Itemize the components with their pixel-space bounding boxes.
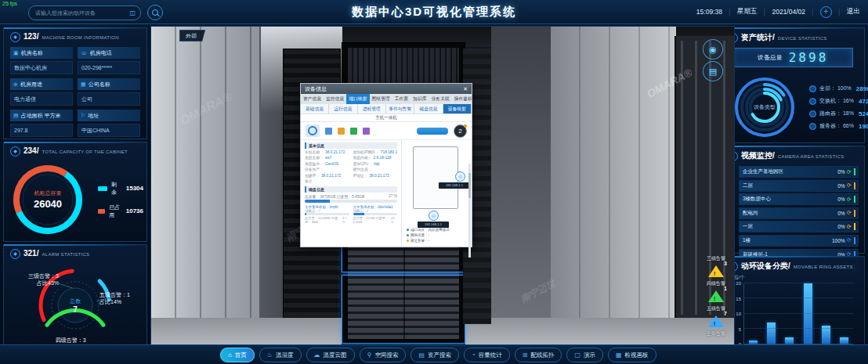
rack-selection-outline[interactable] xyxy=(342,246,465,272)
alarm-strip-label: 五级告警 xyxy=(707,305,725,312)
component-icon[interactable] xyxy=(338,128,345,135)
refresh-icon[interactable]: ⟳ xyxy=(847,237,852,243)
port-icon[interactable]: ⊙ xyxy=(429,211,439,221)
alarm-triangle-三级告警[interactable]: !3 xyxy=(707,264,725,277)
logout-button[interactable]: 退出 xyxy=(847,7,860,16)
info-label: IP地址： xyxy=(353,174,368,178)
popup-tab-端口映射[interactable]: 端口映射 xyxy=(346,94,369,104)
scene-corridor xyxy=(491,27,551,324)
refresh-icon[interactable]: ⟳ xyxy=(847,182,852,189)
toolbar-button-资产搜索[interactable]: ▤资产搜索 xyxy=(410,348,459,362)
panel-subtitle: DEVICE STATISTICS xyxy=(778,36,827,41)
camera-area-row[interactable]: 企业生产基地园区0%⟳ xyxy=(739,166,859,178)
rack-selection-outline[interactable] xyxy=(342,275,465,344)
popup-subtab-运行信息[interactable]: 运行信息 xyxy=(329,104,357,114)
map-legend-row: 网络流量：- xyxy=(407,232,450,238)
popup-subtab-进程管理[interactable]: 进程管理 xyxy=(358,104,386,114)
camera-area-name: 1楼 xyxy=(740,237,832,244)
event-icon[interactable] xyxy=(350,128,357,135)
camera-area-bar xyxy=(854,223,856,230)
popup-subtab-事件与告警[interactable]: 事件与告警 xyxy=(386,104,414,114)
search-placeholder: 请输入想搜索的动环设备 xyxy=(29,9,129,17)
popup-scrollbar[interactable] xyxy=(468,164,471,258)
legend-label: 服务器： 66% xyxy=(819,122,854,130)
gauge-icon[interactable] xyxy=(306,124,320,137)
toolbar-button-检视画板[interactable]: ▦检视画板 xyxy=(608,348,656,362)
info-label: 创建IP： xyxy=(305,174,320,178)
refresh-icon[interactable]: ⟳ xyxy=(847,210,852,216)
gridline xyxy=(744,297,853,298)
toolbar-button-温度云图[interactable]: ☁温度云图 xyxy=(306,348,355,362)
toolbar-button-label: 资产搜索 xyxy=(428,351,451,359)
search-icon xyxy=(152,9,158,16)
popup-tab-知识库[interactable]: 知识库 xyxy=(410,94,429,104)
camera-area-row[interactable]: 一层0%⟳ xyxy=(739,221,859,232)
popup-subtab-设备映射[interactable]: 设备映射 xyxy=(443,104,472,114)
toolbar-button-容量统计[interactable]: ◔容量统计 xyxy=(464,348,510,362)
popup-tab-工作票[interactable]: 工作票 xyxy=(392,94,410,104)
close-icon[interactable]: ✕ xyxy=(463,86,468,92)
toolbar-button-label: 配线拓扑 xyxy=(530,351,554,359)
toolbar-button-配线拓扑[interactable]: ⊞配线拓扑 xyxy=(515,348,562,362)
info-label: 硬件信息： xyxy=(353,168,372,172)
monitor-icon[interactable]: ◉ xyxy=(703,39,723,59)
remote-icon[interactable] xyxy=(325,128,332,135)
room-field-label-text: 公司名称 xyxy=(89,81,110,88)
toolbar-button-空间搜索[interactable]: ⚲空间搜索 xyxy=(360,348,407,362)
port-ip-chip: 192.168.1.1 xyxy=(439,182,470,189)
viewport-tab-exterior[interactable]: 外部 xyxy=(179,30,205,41)
popup-titlebar[interactable]: 设备信息 ✕ xyxy=(301,84,472,94)
popup-tab-图纸管理[interactable]: 图纸管理 xyxy=(370,94,392,104)
camera-area-row[interactable]: 配电间0%⟳ xyxy=(739,207,859,219)
popup-subtab-基础信息[interactable]: 基础信息 xyxy=(301,104,329,114)
alarm-strip-label: 三级告警 xyxy=(707,255,725,262)
popup-tab-资产信息[interactable]: 资产信息 xyxy=(301,94,324,104)
toolbar-button-首页[interactable]: ⌂首页 xyxy=(220,348,255,362)
disk-icon[interactable] xyxy=(363,128,370,135)
alarm-triangle-四级告警[interactable]: !1 xyxy=(707,289,725,302)
room-field-value: 电力通信 xyxy=(10,92,73,106)
bar xyxy=(749,341,758,344)
toolbar-button-温湿度[interactable]: ♨温湿度 xyxy=(259,348,302,362)
bar xyxy=(840,337,848,344)
clock-time: 15:09:38 xyxy=(696,8,722,16)
compass-icon[interactable]: ✛ xyxy=(820,6,832,18)
popup-tab-操作鉴权[interactable]: 操作鉴权 xyxy=(452,94,472,104)
disk-cap-pct: 3.7 % xyxy=(342,216,349,224)
toolbar-button-label: 演示 xyxy=(584,351,595,359)
panel-tools-icon[interactable]: ▤ xyxy=(703,61,723,81)
popup-tab-业务关联[interactable]: 业务关联 xyxy=(429,94,452,104)
room-info-grid: ▣机房名称数据中心机房☏机房电话020-298*****⊛机房用途电力通信▦公司… xyxy=(4,45,146,139)
bar xyxy=(804,283,812,344)
camera-area-row[interactable]: 3楼数据中心0%⟳ xyxy=(739,193,859,205)
camera-area-row[interactable]: 1楼100%⟳ xyxy=(739,235,859,247)
popup-info-column: 基本信息 主机名称：38.0.21.172虚拟机IP网段：718.180.112… xyxy=(301,140,401,247)
panel-subtitle: CAMERA AREA STATISTICS xyxy=(778,154,844,159)
room-field: ⊛机房用途电力通信 xyxy=(10,78,73,106)
legend-dot-icon xyxy=(809,110,816,117)
disk-progress-bar xyxy=(305,200,330,203)
search-input[interactable]: 请输入想搜索的动环设备 ◫ xyxy=(28,5,141,20)
refresh-icon[interactable]: ⟳ xyxy=(847,169,852,175)
panel-cabinet-capacity: ◆ 234/ Total capacity of the cabinet 机柜总… xyxy=(3,142,147,242)
room-field-value: 中国CHINA xyxy=(78,124,140,137)
alert-count-badge[interactable]: 2 xyxy=(454,124,467,138)
popup-action-button[interactable] xyxy=(417,128,448,135)
search-button[interactable] xyxy=(147,5,163,20)
refresh-icon[interactable]: ⟳ xyxy=(847,196,852,203)
refresh-icon[interactable]: ⟳ xyxy=(847,224,852,230)
alarm-strip-count: 7 xyxy=(724,311,727,316)
gridline xyxy=(744,313,853,314)
camera-area-bar xyxy=(854,168,856,175)
popup-tab-监控信息[interactable]: 监控信息 xyxy=(324,94,346,104)
disk-block: 文件系统名称：/dev/sda1挂载点：/总容量：21GB 已使用：5.4GB2… xyxy=(353,205,398,224)
camera-area-row[interactable]: 二层0%⟳ xyxy=(739,180,859,192)
info-row: 主机名称：38.0.21.172 xyxy=(305,150,349,155)
alarm-label-level3: 三级告警：3占比43% xyxy=(9,272,59,287)
capacity-legend: 剩余15304已占用10736 xyxy=(98,174,143,226)
alarm-triangle-五级告警[interactable]: !7 xyxy=(707,314,725,327)
popup-subtab-磁盘信息[interactable]: 磁盘信息 xyxy=(414,104,443,114)
info-value: 718.180.112 xyxy=(381,150,397,155)
port-icon[interactable]: ⊙ xyxy=(455,171,465,182)
toolbar-button-演示[interactable]: ▢演示 xyxy=(566,348,603,362)
